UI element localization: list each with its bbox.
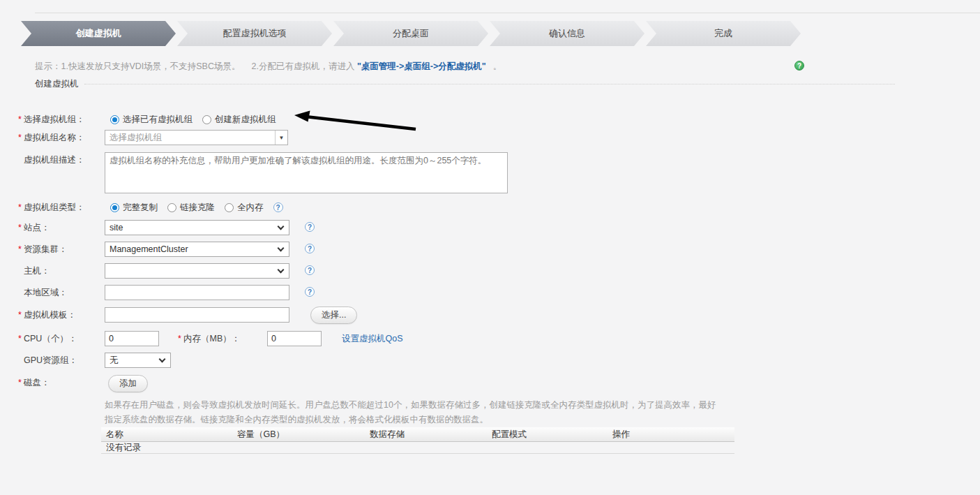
tips-text-2: 2.分配已有虚拟机，请进入 [251, 61, 354, 71]
gpu-select-value: 无 [110, 355, 119, 365]
row-vm-group-choice: *选择虚拟机组： 选择已有虚拟机组 创建新虚拟机组 [0, 112, 980, 127]
template-label: *虚拟机模板： [18, 307, 102, 323]
page-help-icon[interactable]: ? [794, 61, 804, 71]
vm-group-name-value: 选择虚拟机组 [105, 131, 275, 145]
disk-table-header-datastore: 数据存储 [370, 427, 405, 442]
chevron-down-icon [278, 223, 285, 230]
cluster-label: *资源集群： [18, 242, 102, 257]
tips-link-desktop-management[interactable]: "桌面管理->桌面组->分配虚拟机" [357, 61, 486, 71]
vm-group-choice-radios: 选择已有虚拟机组 创建新虚拟机组 [110, 112, 286, 127]
host-label: *主机： [18, 263, 102, 279]
local-area-input[interactable] [105, 285, 289, 300]
disk-note: 如果存在用户磁盘，则会导致虚拟机发放时间延长。用户盘总数不能超过10个，如果数据… [105, 398, 724, 427]
row-vm-group-desc: *虚拟机组描述： 虚拟机组名称的补充信息，帮助用户更加准确了解该虚拟机组的用途。… [0, 152, 980, 194]
cpu-input[interactable] [105, 331, 159, 346]
radio-full-copy[interactable] [110, 203, 119, 212]
row-gpu: *GPU资源组： 无 [0, 353, 980, 368]
disk-table-header-capacity: 容量（GB） [237, 427, 285, 442]
vm-group-type-radios: 完整复制 链接克隆 全内存 ? [110, 200, 283, 215]
row-cpu-memory: *CPU（个）： *内存（MB）： 设置虚拟机QoS [0, 331, 980, 346]
vm-group-type-help-icon[interactable]: ? [273, 202, 283, 212]
row-site: *站点： site ? [0, 220, 980, 235]
top-divider [35, 13, 980, 13]
template-input[interactable] [105, 307, 289, 323]
radio-linked-clone-label[interactable]: 链接克隆 [180, 202, 215, 214]
radio-full-memory[interactable] [225, 203, 234, 212]
radio-full-copy-label[interactable]: 完整复制 [123, 202, 158, 214]
chevron-down-icon [159, 356, 166, 363]
dropdown-arrow-icon[interactable]: ▼ [275, 131, 287, 145]
row-host: *主机： ? [0, 263, 980, 279]
wizard-step-assign-desktop[interactable]: 分配桌面 [333, 21, 488, 46]
disk-label: *磁盘： [18, 375, 102, 390]
site-label: *站点： [18, 220, 102, 235]
row-disk: *磁盘： 添加 [0, 375, 980, 390]
radio-existing-vm-group[interactable] [110, 115, 119, 124]
disk-table-header-config-mode: 配置模式 [492, 427, 527, 442]
site-help-icon[interactable]: ? [305, 222, 315, 232]
template-select-button[interactable]: 选择... [310, 306, 357, 324]
chevron-down-icon [278, 267, 285, 274]
row-cluster: *资源集群： ManagementCluster ? [0, 242, 980, 257]
disk-table-header: 名称 容量（GB） 数据存储 配置模式 操作 [101, 427, 734, 442]
disk-table: 名称 容量（GB） 数据存储 配置模式 操作 没有记录 [101, 427, 734, 454]
row-vm-group-type: *虚拟机组类型： 完整复制 链接克隆 全内存 ? [0, 200, 980, 215]
cluster-select[interactable]: ManagementCluster [105, 242, 289, 257]
disk-add-button[interactable]: 添加 [108, 375, 148, 392]
row-template: *虚拟机模板： 选择... [0, 307, 980, 323]
vm-group-name-label: *虚拟机组名称： [18, 130, 102, 145]
cluster-select-value: ManagementCluster [110, 244, 188, 254]
wizard-step-finish[interactable]: 完成 [646, 21, 801, 46]
vm-group-choice-label: *选择虚拟机组： [18, 112, 102, 127]
wizard-step-confirm-info[interactable]: 确认信息 [490, 21, 644, 46]
disk-table-header-operation: 操作 [612, 427, 630, 442]
vm-group-desc-textarea[interactable]: 虚拟机组名称的补充信息，帮助用户更加准确了解该虚拟机组的用途。长度范围为0～25… [105, 152, 508, 193]
vm-group-type-label: *虚拟机组类型： [18, 200, 102, 215]
radio-linked-clone[interactable] [167, 203, 176, 212]
cpu-label: *CPU（个）： [18, 331, 102, 346]
gpu-select[interactable]: 无 [105, 353, 171, 368]
tips-suffix: 。 [493, 61, 502, 72]
vm-group-name-combobox[interactable]: 选择虚拟机组 ▼ [105, 130, 288, 145]
local-area-label: *本地区域： [18, 285, 102, 300]
local-area-help-icon[interactable]: ? [305, 287, 315, 297]
radio-new-vm-group[interactable] [202, 115, 211, 124]
wizard-step-configure-options[interactable]: 配置虚拟机选项 [177, 21, 332, 46]
chevron-down-icon [278, 245, 285, 252]
wizard-step-create-vm[interactable]: 创建虚拟机 [21, 21, 176, 46]
row-vm-group-name: *虚拟机组名称： 选择虚拟机组 ▼ [0, 130, 980, 145]
row-local-area: *本地区域： ? [0, 285, 980, 300]
vm-qos-link[interactable]: 设置虚拟机QoS [342, 331, 403, 346]
section-dotted-divider [84, 84, 896, 84]
memory-input[interactable] [267, 331, 322, 346]
tips-text-1: 提示：1.快速发放只支持VDI场景，不支持SBC场景。 [35, 61, 240, 71]
radio-full-memory-label[interactable]: 全内存 [237, 202, 264, 214]
site-select-value: site [110, 223, 123, 232]
host-select[interactable] [105, 263, 289, 279]
wizard-steps: 创建虚拟机 配置虚拟机选项 分配桌面 确认信息 完成 [21, 21, 802, 46]
memory-label: *内存（MB）： [178, 331, 240, 346]
create-vm-wizard-page: { "wizard": { "steps": [ { "label": "创建虚… [0, 0, 980, 495]
cluster-help-icon[interactable]: ? [305, 244, 315, 253]
site-select[interactable]: site [105, 220, 289, 235]
host-help-icon[interactable]: ? [305, 265, 315, 275]
radio-new-vm-group-label[interactable]: 创建新虚拟机组 [215, 114, 276, 126]
gpu-label: *GPU资源组： [18, 353, 102, 368]
section-title: 创建虚拟机 [35, 78, 79, 90]
disk-table-header-name: 名称 [106, 427, 123, 442]
tips-bar: 提示：1.快速发放只支持VDI场景，不支持SBC场景。2.分配已有虚拟机，请进入… [35, 61, 502, 72]
vm-group-desc-label: *虚拟机组描述： [18, 152, 102, 168]
radio-existing-vm-group-label[interactable]: 选择已有虚拟机组 [123, 114, 193, 126]
disk-table-empty-row: 没有记录 [101, 442, 734, 454]
section-header: 创建虚拟机 [35, 78, 895, 90]
